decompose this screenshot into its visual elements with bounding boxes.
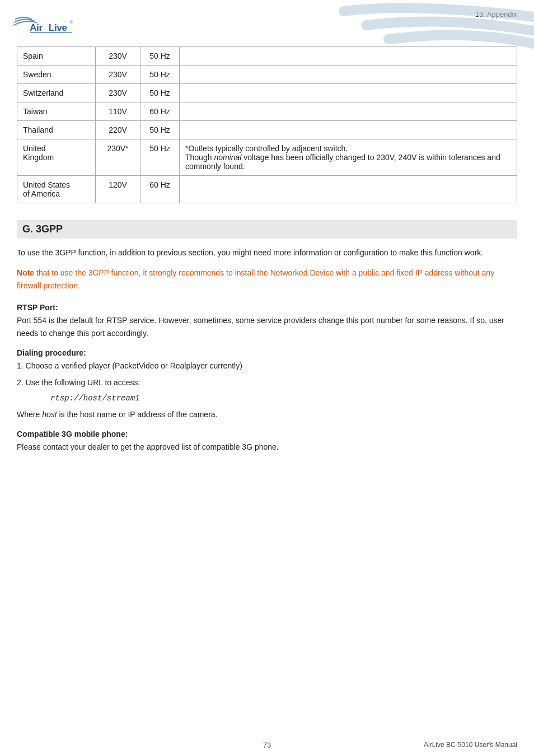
where-clause: Where host is the host name or IP addres… [17, 408, 517, 421]
rtsp-body: Port 554 is the default for RTSP service… [17, 314, 517, 339]
country-cell: Spain [17, 47, 96, 66]
url-host-italic: host [83, 394, 102, 403]
frequency-cell: 50 Hz [140, 121, 180, 139]
list-item-1: 1. Choose a verified player (PacketVideo… [17, 360, 517, 372]
main-content: Spain 230V 50 Hz Sweden 230V 50 Hz Switz… [0, 41, 534, 478]
voltage-cell: 110V [96, 102, 140, 121]
voltage-cell: 220V [96, 121, 140, 139]
voltage-cell: 120V [96, 176, 140, 203]
decorative-waves [299, 0, 534, 50]
compatible-heading: Compatible 3G mobile phone: [17, 430, 517, 438]
notes-cell [180, 121, 517, 139]
list-item-2: 2. Use the following URL to access: [17, 376, 517, 389]
country-cell: Taiwan [17, 102, 96, 121]
table-row: Switzerland 230V 50 Hz [17, 84, 517, 102]
frequency-cell: 50 Hz [140, 139, 180, 176]
notes-cell [180, 84, 517, 102]
host-italic: host [42, 410, 57, 419]
frequency-cell: 50 Hz [140, 66, 180, 84]
section-3gpp: G. 3GPP To use the 3GPP function, in add… [17, 220, 517, 454]
country-cell: Thailand [17, 121, 96, 139]
notes-cell: *Outlets typically controlled by adjacen… [180, 139, 517, 176]
section-heading: G. 3GPP [17, 220, 517, 239]
voltage-table: Spain 230V 50 Hz Sweden 230V 50 Hz Switz… [17, 46, 517, 203]
svg-text:®: ® [70, 20, 73, 24]
note-label: Note [17, 268, 34, 277]
svg-text:Air: Air [30, 22, 43, 33]
voltage-cell: 230V [96, 47, 140, 66]
voltage-cell: 230V* [96, 139, 140, 176]
compatible-body: Please contact your dealer to get the ap… [17, 441, 517, 453]
page-header: Air Live ® 13. Appendix [0, 0, 534, 41]
logo-area: Air Live ® [11, 10, 73, 41]
frequency-cell: 60 Hz [140, 176, 180, 203]
note-paragraph: Note that to use the 3GPP function, it s… [17, 267, 517, 292]
svg-text:Live: Live [49, 22, 68, 33]
section-intro: To use the 3GPP function, in addition to… [17, 246, 517, 259]
url-example: rtsp://host/stream1 [50, 394, 517, 403]
table-row: Taiwan 110V 60 Hz [17, 102, 517, 121]
country-cell: Switzerland [17, 84, 96, 102]
table-row: United Statesof America 120V 60 Hz [17, 176, 517, 203]
table-row: Thailand 220V 50 Hz [17, 121, 517, 139]
frequency-cell: 50 Hz [140, 84, 180, 102]
country-cell: Sweden [17, 66, 96, 84]
rtsp-heading: RTSP Port: [17, 303, 517, 312]
airlive-logo: Air Live ® [11, 10, 73, 41]
frequency-cell: 60 Hz [140, 102, 180, 121]
dialing-heading: Dialing procedure: [17, 348, 517, 357]
notes-cell [180, 102, 517, 121]
country-cell: United Statesof America [17, 176, 96, 203]
note-body: that to use the 3GPP function, it strong… [17, 268, 494, 290]
table-row: Sweden 230V 50 Hz [17, 66, 517, 84]
country-cell: UnitedKingdom [17, 139, 96, 176]
voltage-cell: 230V [96, 84, 140, 102]
voltage-cell: 230V [96, 66, 140, 84]
footer-brand: AirLive BC-5010 User's Manual [424, 741, 517, 749]
page-number: 73 [263, 741, 271, 749]
notes-cell [180, 66, 517, 84]
section-heading-text: G. 3GPP [22, 223, 63, 235]
table-row: UnitedKingdom 230V* 50 Hz *Outlets typic… [17, 139, 517, 176]
notes-cell [180, 176, 517, 203]
frequency-cell: 50 Hz [140, 47, 180, 66]
italic-nominal: nominal [214, 153, 241, 162]
